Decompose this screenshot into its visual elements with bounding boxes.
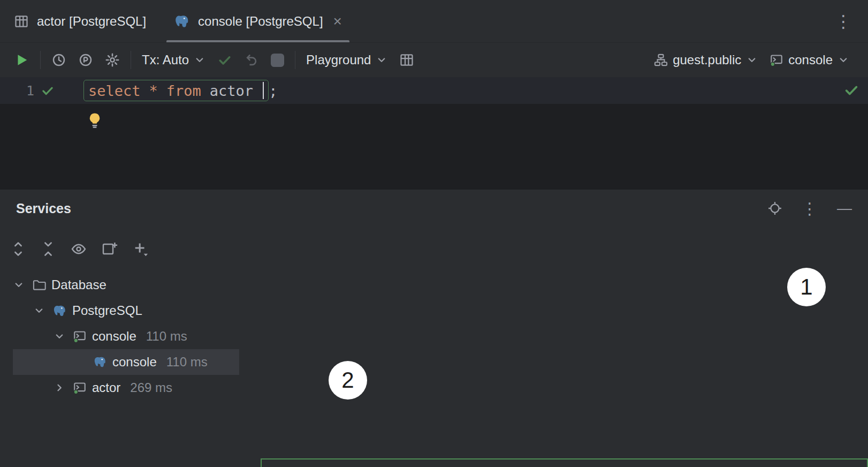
tree-item-console-group[interactable]: console 110 ms — [0, 323, 261, 349]
session-selector[interactable]: console — [764, 49, 855, 71]
console-datasource-icon — [73, 381, 87, 395]
toolbar-separator — [295, 51, 295, 69]
annotation-badge-2: 2 — [329, 361, 367, 400]
tab-output[interactable]: Output — [262, 460, 345, 467]
services-tree: Database PostgreSQL console 110 ms conso… — [0, 272, 261, 401]
services-tool-window-header[interactable]: Services ⋮ — — [0, 190, 868, 227]
expand-all-icon[interactable] — [11, 242, 26, 257]
chevron-expanded-icon[interactable] — [11, 279, 27, 291]
console-toolbar: Tx: Auto Playground guest.public console — [0, 43, 868, 77]
collapse-all-icon[interactable] — [41, 242, 56, 257]
sql-editor[interactable]: 1 select * from actor ; — [0, 77, 868, 190]
tab-console-label: console [PostgreSQL] — [198, 14, 323, 29]
results-tab-bar: Output guest.public.actor × Tx — [262, 460, 867, 467]
annotation-badge-1: 1 — [787, 268, 826, 306]
tab-actor-label: actor [PostgreSQL] — [37, 14, 146, 29]
console-datasource-icon — [73, 329, 87, 343]
chevron-expanded-icon[interactable] — [51, 330, 67, 342]
inspection-ok-icon[interactable] — [843, 82, 859, 98]
toolbar-separator — [131, 51, 131, 69]
playground-dropdown[interactable]: Playground — [300, 49, 393, 71]
ide-window: actor [PostgreSQL] console [PostgreSQL] … — [0, 0, 868, 467]
close-icon[interactable]: × — [333, 13, 342, 30]
tree-item-database[interactable]: Database — [0, 272, 261, 298]
services-tree-pane: Database PostgreSQL console 110 ms conso… — [0, 227, 261, 467]
chevron-down-icon — [376, 54, 387, 66]
tab-console[interactable]: console [PostgreSQL] × — [160, 0, 356, 42]
folder-icon — [32, 278, 46, 292]
keyword-from: from — [166, 82, 201, 99]
intention-bulb-icon[interactable] — [86, 111, 104, 130]
chevron-down-icon — [746, 54, 758, 66]
table-identifier: actor — [210, 82, 253, 99]
stop-button[interactable] — [265, 50, 290, 70]
table-icon — [14, 14, 29, 29]
text-caret — [263, 82, 264, 99]
tab-result-grid[interactable]: guest.public.actor × — [345, 460, 507, 467]
semicolon-token: ; — [269, 82, 277, 99]
stop-icon — [271, 54, 284, 67]
sql-statement[interactable]: select * from actor ; — [83, 80, 277, 101]
schema-selector[interactable]: guest.public — [648, 49, 764, 71]
postgresql-icon — [52, 304, 67, 318]
options-kebab-icon[interactable]: ⋮ — [802, 199, 818, 218]
gear-icon[interactable] — [99, 49, 126, 71]
console-session-icon — [770, 53, 783, 67]
rollback-icon[interactable] — [238, 49, 265, 71]
commit-icon[interactable] — [211, 49, 238, 71]
services-body: Database PostgreSQL console 110 ms conso… — [0, 227, 868, 467]
postgresql-icon — [93, 355, 107, 369]
tab-actor-table[interactable]: actor [PostgreSQL] — [0, 0, 160, 42]
chevron-down-icon — [837, 54, 849, 66]
show-options-eye-icon[interactable] — [71, 241, 87, 257]
kebab-menu-icon[interactable]: ⋮ — [819, 0, 868, 42]
tree-item-postgresql[interactable]: PostgreSQL — [0, 298, 261, 323]
toolbar-separator — [40, 51, 41, 69]
execution-time: 110 ms — [166, 355, 208, 370]
services-title: Services — [16, 201, 71, 216]
postgresql-icon — [174, 13, 190, 29]
profile-icon[interactable] — [72, 49, 99, 71]
tree-item-actor[interactable]: actor 269 ms — [0, 375, 261, 401]
add-service-icon[interactable] — [133, 241, 149, 257]
locate-icon[interactable] — [767, 201, 782, 216]
tx-mode-dropdown[interactable]: Tx: Auto — [136, 49, 211, 71]
keyword-select: select — [88, 82, 141, 99]
editor-current-line: 1 select * from actor ; — [0, 77, 868, 104]
execution-time: 269 ms — [130, 380, 172, 395]
chevron-collapsed-icon[interactable] — [51, 382, 67, 394]
query-results-panel: Output guest.public.actor × Tx — [261, 458, 868, 467]
executed-statement-highlight: select * from actor — [83, 80, 269, 101]
tree-item-console-selected[interactable]: console 110 ms — [13, 349, 239, 375]
hide-tool-window-icon[interactable]: — — [837, 200, 852, 217]
editor-tab-bar: actor [PostgreSQL] console [PostgreSQL] … — [0, 0, 868, 43]
schema-icon — [654, 53, 668, 67]
services-tree-toolbar — [0, 227, 261, 265]
execution-time: 110 ms — [146, 329, 187, 344]
statement-success-icon — [41, 84, 55, 97]
chevron-expanded-icon[interactable] — [31, 305, 47, 317]
chevron-down-icon — [194, 54, 205, 66]
history-icon[interactable] — [45, 49, 72, 71]
new-datasource-icon[interactable] — [102, 241, 118, 257]
run-button[interactable] — [7, 49, 35, 71]
view-as-table-icon[interactable] — [393, 49, 420, 71]
star-token: * — [149, 82, 158, 99]
line-number: 1 — [26, 83, 34, 99]
editor-gutter[interactable]: 1 — [0, 83, 68, 99]
